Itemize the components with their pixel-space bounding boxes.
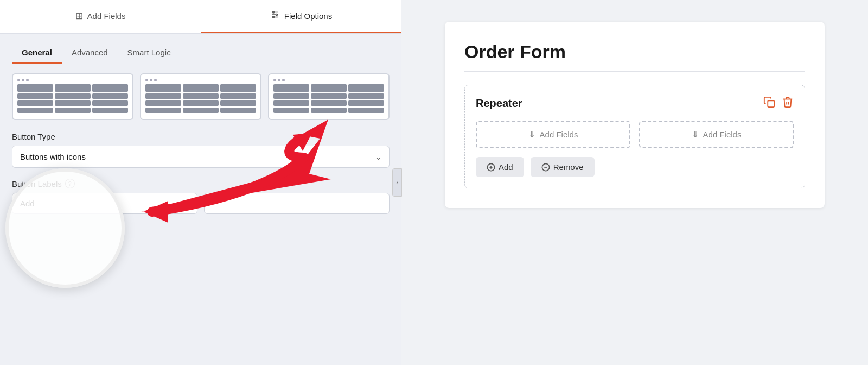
add-fields-icon: ⊞: [75, 10, 83, 22]
sub-tab-advanced[interactable]: Advanced: [62, 42, 118, 64]
add-label-input[interactable]: [12, 193, 197, 214]
repeater-section: Repeater: [464, 85, 805, 188]
button-type-select[interactable]: Buttons with icons Buttons without icons…: [12, 146, 390, 168]
collapse-panel-button[interactable]: ‹: [392, 168, 402, 197]
tab-bar: ⊞ Add Fields Field Options: [0, 0, 401, 34]
layout-thumbnails: [12, 73, 390, 120]
button-labels-inputs: [12, 193, 390, 214]
left-panel: ⊞ Add Fields Field Options General Advan…: [0, 0, 401, 365]
tab-add-fields-label: Add Fields: [87, 11, 126, 21]
button-labels-label: Button Labels ?: [12, 179, 390, 188]
remove-label-input[interactable]: [204, 193, 390, 214]
repeater-action-buttons: [763, 96, 794, 111]
tab-field-options-label: Field Options: [284, 11, 332, 21]
add-fields-label-1: Add Fields: [540, 130, 578, 139]
svg-point-4: [276, 14, 277, 16]
button-type-section: Button Type Buttons with icons Buttons w…: [12, 132, 390, 168]
add-row-label: Add: [499, 162, 513, 172]
tab-field-options[interactable]: Field Options: [201, 0, 401, 33]
panel-content: Button Type Buttons with icons Buttons w…: [0, 64, 401, 365]
button-type-label: Button Type: [12, 132, 390, 141]
svg-point-3: [272, 11, 274, 13]
download-icon-1: ⇓: [528, 129, 535, 140]
layout-thumb-2[interactable]: [140, 73, 261, 120]
add-fields-button-2[interactable]: ⇓ Add Fields: [639, 121, 794, 148]
repeater-title: Repeater: [476, 97, 522, 110]
button-labels-section: Button Labels ?: [12, 179, 390, 214]
remove-row-label: Remove: [553, 162, 584, 172]
add-fields-label-2: Add Fields: [703, 130, 742, 139]
download-icon-2: ⇓: [692, 129, 699, 140]
sub-tabs: General Advanced Smart Logic: [0, 34, 401, 64]
form-card: Order Form Repeater: [445, 22, 825, 208]
add-fields-row: ⇓ Add Fields ⇓ Add Fields: [476, 121, 794, 148]
left-panel-wrapper: ⊞ Add Fields Field Options General Advan…: [0, 0, 401, 365]
delete-repeater-button[interactable]: [782, 96, 794, 111]
remove-row-button[interactable]: Remove: [531, 157, 595, 177]
copy-repeater-button[interactable]: [763, 96, 775, 111]
svg-point-5: [272, 16, 274, 18]
sub-tab-smart-logic[interactable]: Smart Logic: [118, 42, 181, 64]
sub-tab-general[interactable]: General: [12, 42, 62, 64]
tab-add-fields[interactable]: ⊞ Add Fields: [0, 0, 201, 33]
add-row-button[interactable]: Add: [476, 157, 524, 177]
repeater-header: Repeater: [476, 96, 794, 111]
button-type-select-wrapper: Buttons with icons Buttons without icons…: [12, 146, 390, 168]
help-icon[interactable]: ?: [65, 179, 75, 188]
layout-thumb-3[interactable]: [268, 73, 390, 120]
form-divider: [464, 71, 805, 72]
repeater-buttons-row: Add Remove: [476, 157, 794, 177]
button-labels-text: Button Labels: [12, 179, 62, 188]
svg-rect-9: [768, 100, 774, 107]
layout-thumb-1[interactable]: [12, 73, 133, 120]
field-options-icon: [270, 10, 280, 22]
add-fields-button-1[interactable]: ⇓ Add Fields: [476, 121, 630, 148]
right-panel: Order Form Repeater: [401, 0, 868, 365]
form-title: Order Form: [464, 41, 805, 62]
